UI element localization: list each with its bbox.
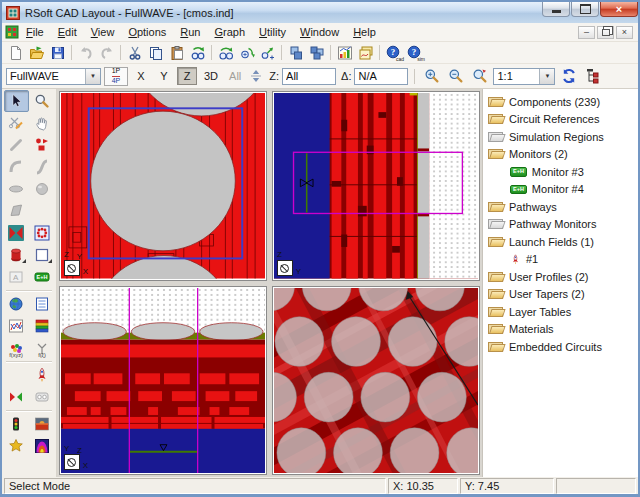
zoom-tool-button[interactable]: [30, 90, 55, 112]
rectangle-tool-button[interactable]: [30, 244, 55, 266]
text-tool-button[interactable]: A: [4, 266, 29, 288]
xy-layer-scene[interactable]: [61, 288, 265, 474]
select-tool-button[interactable]: [4, 90, 29, 112]
plot-index-button[interactable]: [4, 315, 29, 337]
tree-view-toggle-button[interactable]: [582, 67, 603, 86]
tree-item-pathway-monitors[interactable]: Pathway Monitors: [488, 216, 638, 234]
slice-step-buttons[interactable]: [248, 67, 264, 86]
segment-tool-button[interactable]: [4, 134, 29, 156]
z-slice-input[interactable]: [282, 68, 336, 85]
mdi-restore-button[interactable]: [597, 26, 614, 39]
field-display-button[interactable]: [30, 413, 55, 435]
chevron-down-icon[interactable]: ▼: [539, 69, 554, 84]
cut-button[interactable]: [124, 43, 145, 62]
tree-item-layer-tables[interactable]: Layer Tables: [488, 303, 638, 321]
view-y-button[interactable]: Y: [154, 67, 174, 85]
tree-item-simulation-regions[interactable]: Simulation Regions: [488, 128, 638, 146]
tree-item-launch-fields[interactable]: Launch Fields (1): [488, 233, 638, 251]
cylinder-tool-button[interactable]: [4, 244, 29, 266]
view-z-button[interactable]: Z: [177, 67, 197, 85]
pane-layout-toggle-button[interactable]: 1P 4P: [104, 67, 128, 86]
help-sim-button[interactable]: ?sim: [404, 43, 425, 62]
redo-button[interactable]: [96, 43, 117, 62]
lens-tool-button[interactable]: [4, 178, 29, 200]
tree-item-monitor-4[interactable]: E+HMonitor #4: [488, 181, 638, 199]
undo-button[interactable]: [75, 43, 96, 62]
tree-item-launch-1[interactable]: #1: [488, 251, 638, 269]
viewport-bottom-left[interactable]: Y Z X: [59, 286, 267, 476]
rotate-selection-button[interactable]: [236, 43, 257, 62]
help-cad-button[interactable]: ?cad: [383, 43, 404, 62]
best-practices-button[interactable]: [4, 435, 29, 457]
polygon-tool-button[interactable]: [4, 200, 29, 222]
zoom-in-button[interactable]: [421, 67, 442, 86]
layer-table-button[interactable]: [30, 315, 55, 337]
animation-tool-button[interactable]: [30, 386, 55, 408]
tree-item-user-profiles[interactable]: User Profiles (2): [488, 268, 638, 286]
tree-item-monitors[interactable]: Monitors (2): [488, 146, 638, 164]
tree-item-monitor-3[interactable]: E+HMonitor #3: [488, 163, 638, 181]
minimize-button[interactable]: [542, 2, 570, 17]
menu-edit[interactable]: Edit: [51, 25, 84, 39]
taper-tool-button[interactable]: [4, 222, 29, 244]
zoom-restore-button[interactable]: [469, 67, 490, 86]
edit-tool-button[interactable]: [4, 112, 29, 134]
monitor-tool-button[interactable]: E+H: [30, 266, 55, 288]
mode-solver-button[interactable]: [30, 435, 55, 457]
copy-button[interactable]: [145, 43, 166, 62]
mdi-minimize-button[interactable]: –: [578, 26, 595, 39]
tree-item-circuit-references[interactable]: Circuit References: [488, 111, 638, 129]
xz-cross-section-scene[interactable]: [61, 93, 265, 279]
menu-view[interactable]: View: [84, 25, 122, 39]
mdi-close-button[interactable]: ×: [616, 26, 633, 39]
launch-field-button[interactable]: [30, 364, 55, 386]
viewport-top-right[interactable]: Z Y: [272, 91, 480, 281]
sbend-tool-button[interactable]: [30, 156, 55, 178]
profile-editor-button[interactable]: f(xyz): [4, 337, 29, 359]
tree-item-user-tapers[interactable]: User Tapers (2): [488, 286, 638, 304]
graph-gallery-button[interactable]: [355, 43, 376, 62]
menu-run[interactable]: Run: [173, 25, 207, 39]
pan-tool-button[interactable]: [30, 112, 55, 134]
view-all-button[interactable]: All: [225, 67, 245, 85]
array-tool-button[interactable]: [30, 222, 55, 244]
shapes-tool-button[interactable]: [30, 134, 55, 156]
yz-cross-section-scene[interactable]: [274, 93, 478, 279]
delta-input[interactable]: [354, 68, 408, 85]
3d-perspective-scene[interactable]: [274, 288, 478, 474]
save-button[interactable]: [47, 43, 68, 62]
menu-file[interactable]: File: [19, 25, 51, 39]
data-browser-button[interactable]: [334, 43, 355, 62]
duplicate-button[interactable]: [187, 43, 208, 62]
symbol-table-button[interactable]: [30, 293, 55, 315]
bring-front-button[interactable]: [285, 43, 306, 62]
view-x-button[interactable]: X: [131, 67, 151, 85]
menu-utility[interactable]: Utility: [252, 25, 293, 39]
open-file-button[interactable]: [26, 43, 47, 62]
tree-item-components[interactable]: Components (239): [488, 93, 638, 111]
refresh-button[interactable]: [558, 67, 579, 86]
scale-selection-button[interactable]: [257, 43, 278, 62]
move-selection-button[interactable]: [215, 43, 236, 62]
send-back-button[interactable]: [306, 43, 327, 62]
viewport-bottom-right[interactable]: [272, 286, 480, 476]
global-settings-button[interactable]: [4, 293, 29, 315]
tree-item-materials[interactable]: Materials: [488, 321, 638, 339]
maximize-button[interactable]: [571, 2, 599, 17]
new-file-button[interactable]: [5, 43, 26, 62]
close-button[interactable]: ×: [600, 2, 638, 17]
simulation-control-button[interactable]: [4, 413, 29, 435]
simulation-tool-select[interactable]: FullWAVE ▼: [6, 68, 101, 85]
menu-help[interactable]: Help: [346, 25, 383, 39]
menu-options[interactable]: Options: [121, 25, 173, 39]
menu-window[interactable]: Window: [293, 25, 346, 39]
view-3d-button[interactable]: 3D: [200, 67, 222, 85]
arc-tool-button[interactable]: [4, 156, 29, 178]
sphere-tool-button[interactable]: [30, 178, 55, 200]
menu-graph[interactable]: Graph: [208, 25, 253, 39]
viewport-top-left[interactable]: Z Y X: [59, 91, 267, 281]
zoom-ratio-select[interactable]: 1:1 ▼: [493, 68, 555, 85]
taper-editor-button[interactable]: f(ξ): [30, 337, 55, 359]
boolean-tool-button[interactable]: [4, 386, 29, 408]
chevron-down-icon[interactable]: ▼: [85, 69, 100, 84]
